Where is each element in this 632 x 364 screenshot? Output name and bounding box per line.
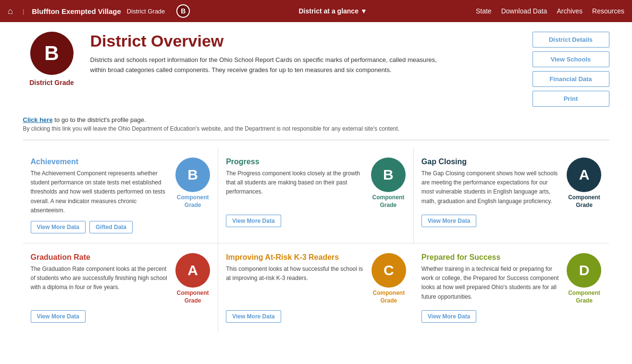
component-desc: This component looks at how successful t… bbox=[226, 265, 364, 283]
component-desc: The Graduation Rate component looks at t… bbox=[31, 265, 168, 292]
component-card-gap-closing: Gap Closing The Gap Closing component sh… bbox=[414, 148, 609, 243]
component-circle-wrapper: A ComponentGrade bbox=[567, 158, 601, 209]
view-schools-button[interactable]: View Schools bbox=[533, 51, 609, 67]
nav-divider: | bbox=[23, 8, 24, 15]
profile-link-section: Click here to go to the district's profi… bbox=[23, 116, 609, 132]
component-text-area: Improving At-Risk K-3 Readers This compo… bbox=[226, 253, 364, 283]
component-title: Achievement bbox=[31, 158, 168, 166]
component-circle: B bbox=[371, 158, 406, 192]
components-grid: Achievement The Achievement Component re… bbox=[23, 148, 609, 332]
component-circle-wrapper: C ComponentGrade bbox=[372, 253, 406, 304]
sidebar-buttons: District Details View Schools Financial … bbox=[533, 32, 609, 107]
state-link[interactable]: State bbox=[476, 7, 492, 15]
profile-link[interactable]: Click here bbox=[23, 116, 53, 123]
school-name: Bluffton Exempted Village bbox=[32, 7, 121, 15]
navbar-links: State Download Data Archives Resources bbox=[476, 7, 624, 15]
component-card-graduation-rate: Graduation Rate The Graduation Rate comp… bbox=[23, 243, 219, 332]
view-btn-view-more-data[interactable]: View More Data bbox=[226, 310, 281, 323]
district-grade-label: District Grade bbox=[127, 8, 165, 15]
component-card-achievement: Achievement The Achievement Component re… bbox=[23, 148, 219, 243]
profile-link-line: Click here to go to the district's profi… bbox=[23, 116, 609, 123]
component-text-area: Graduation Rate The Graduation Rate comp… bbox=[31, 253, 168, 292]
profile-link-disclaimer: By clicking this link you will leave the… bbox=[23, 125, 609, 132]
component-text-area: Prepared for Success Whether training in… bbox=[421, 253, 559, 302]
component-top-row: Prepared for Success Whether training in… bbox=[421, 253, 602, 304]
component-desc: The Achievement Component represents whe… bbox=[31, 169, 168, 215]
component-btn-row: View More DataGifted Data bbox=[31, 221, 211, 233]
view-btn-gifted-data[interactable]: Gifted Data bbox=[89, 221, 133, 233]
component-circle: D bbox=[567, 253, 601, 288]
view-btn-view-more-data[interactable]: View More Data bbox=[31, 310, 86, 323]
component-circle-wrapper: B ComponentGrade bbox=[371, 158, 406, 209]
component-desc: Whether training in a technical field or… bbox=[421, 265, 559, 302]
component-grade-letter: C bbox=[384, 262, 394, 279]
component-top-row: Gap Closing The Gap Closing component sh… bbox=[421, 158, 602, 209]
component-top-row: Improving At-Risk K-3 Readers This compo… bbox=[226, 253, 406, 304]
component-text-area: Progress The Progress component looks cl… bbox=[226, 158, 363, 197]
main-grade-circle: B District Grade bbox=[23, 32, 81, 86]
component-circle: B bbox=[175, 158, 210, 192]
profile-link-main-text: to go to the district's profile page. bbox=[53, 116, 146, 123]
section-divider bbox=[23, 140, 609, 140]
component-title: Improving At-Risk K-3 Readers bbox=[226, 253, 364, 262]
component-text-area: Gap Closing The Gap Closing component sh… bbox=[421, 158, 559, 206]
view-btn-view-more-data[interactable]: View More Data bbox=[421, 310, 476, 323]
component-btn-row: View More Data bbox=[31, 310, 211, 323]
component-grade-letter: D bbox=[579, 262, 590, 279]
header-description: Districts and schools report information… bbox=[90, 55, 451, 75]
view-btn-view-more-data[interactable]: View More Data bbox=[226, 215, 281, 227]
component-circle-wrapper: A ComponentGrade bbox=[175, 253, 210, 304]
print-button[interactable]: Print bbox=[533, 91, 609, 107]
component-grade-label: ComponentGrade bbox=[373, 290, 405, 304]
download-data-link[interactable]: Download Data bbox=[501, 7, 547, 15]
header-text: District Overview Districts and schools … bbox=[90, 32, 523, 75]
financial-data-button[interactable]: Financial Data bbox=[533, 71, 609, 87]
component-desc: The Progress component looks closely at … bbox=[226, 169, 363, 197]
component-card-prepared-for-success: Prepared for Success Whether training in… bbox=[414, 243, 609, 332]
component-grade-label: ComponentGrade bbox=[177, 194, 209, 209]
component-top-row: Progress The Progress component looks cl… bbox=[226, 158, 406, 209]
resources-link[interactable]: Resources bbox=[592, 7, 624, 15]
component-grade-label: ComponentGrade bbox=[372, 194, 405, 209]
view-btn-view-more-data[interactable]: View More Data bbox=[421, 215, 476, 227]
component-card-improving-at-risk: Improving At-Risk K-3 Readers This compo… bbox=[218, 243, 414, 332]
component-title: Gap Closing bbox=[421, 158, 559, 166]
component-title: Progress bbox=[226, 158, 363, 166]
district-grade-circle: B bbox=[30, 32, 74, 75]
component-circle: C bbox=[372, 253, 406, 288]
navbar-center: District at a glance ▼ bbox=[196, 7, 470, 15]
component-card-progress: Progress The Progress component looks cl… bbox=[218, 148, 414, 243]
component-circle: A bbox=[175, 253, 210, 288]
component-btn-row: View More Data bbox=[421, 215, 602, 227]
component-title: Prepared for Success bbox=[421, 253, 559, 262]
district-glance-button[interactable]: District at a glance ▼ bbox=[298, 7, 367, 15]
component-grade-label: ComponentGrade bbox=[568, 290, 600, 304]
component-btn-row: View More Data bbox=[226, 310, 406, 323]
component-top-row: Achievement The Achievement Component re… bbox=[31, 158, 211, 215]
navbar-grade-badge: B bbox=[176, 4, 190, 18]
home-icon[interactable]: ⌂ bbox=[8, 6, 13, 16]
component-grade-label: ComponentGrade bbox=[568, 194, 600, 209]
view-btn-view-more-data[interactable]: View More Data bbox=[31, 221, 86, 233]
component-grade-letter: B bbox=[187, 167, 198, 183]
component-title: Graduation Rate bbox=[31, 253, 168, 262]
component-grade-letter: B bbox=[383, 167, 394, 183]
navbar: ⌂ | Bluffton Exempted Village District G… bbox=[0, 0, 632, 22]
component-desc: The Gap Closing component shows how well… bbox=[421, 169, 559, 206]
component-grade-letter: A bbox=[187, 262, 198, 279]
component-btn-row: View More Data bbox=[226, 215, 406, 227]
component-btn-row: View More Data bbox=[421, 310, 602, 323]
component-grade-label: ComponentGrade bbox=[177, 290, 209, 304]
component-grade-letter: A bbox=[579, 167, 590, 183]
archives-link[interactable]: Archives bbox=[557, 7, 582, 15]
component-top-row: Graduation Rate The Graduation Rate comp… bbox=[31, 253, 211, 304]
header-section: B District Grade District Overview Distr… bbox=[23, 32, 609, 107]
component-circle-wrapper: B ComponentGrade bbox=[175, 158, 210, 209]
main-container: B District Grade District Overview Distr… bbox=[9, 22, 624, 342]
district-details-button[interactable]: District Details bbox=[533, 32, 609, 48]
page-title: District Overview bbox=[90, 32, 523, 50]
district-grade-circle-label: District Grade bbox=[29, 79, 74, 86]
component-circle: A bbox=[567, 158, 601, 192]
component-text-area: Achievement The Achievement Component re… bbox=[31, 158, 168, 215]
component-circle-wrapper: D ComponentGrade bbox=[567, 253, 601, 304]
